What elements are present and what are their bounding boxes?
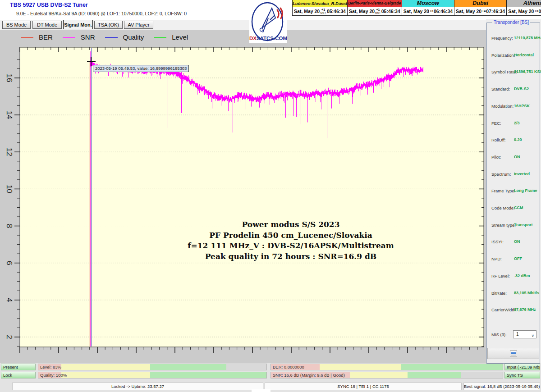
transponder-field-label: NPD: — [491, 256, 502, 261]
transponder-field-value: 2/3 — [514, 121, 520, 125]
transponder-field-label: RollOff: — [491, 137, 506, 142]
legend-item-quality: Quality — [105, 33, 144, 41]
transponder-field-value: 16APSK — [514, 104, 530, 108]
tab-signal-mon[interactable]: Signal Mon. — [63, 20, 93, 29]
chart-annotation: Power modus S/S 2023 PF Prodelin 450 cm_… — [144, 219, 437, 262]
transponder-field-value: 83,105 Mbit/s — [514, 291, 539, 295]
svg-text:16: 16 — [5, 74, 14, 82]
clock-city-label: Athens — [507, 0, 541, 7]
clock-hms: 07:46:34 — [486, 9, 505, 14]
transponder-field-label: Modulation: — [491, 104, 513, 109]
transponder-field-label: RF Level: — [491, 273, 510, 278]
clock-city-label: Moscow — [402, 0, 454, 7]
svg-text:12: 12 — [5, 148, 14, 156]
legend-line — [154, 37, 166, 38]
transponder-field-value: 31396,751 KS/s — [514, 69, 541, 74]
legend-line — [63, 37, 75, 38]
clock-date: Sat, May 20 — [508, 9, 534, 14]
snr-plot: 161412108642 — [0, 30, 486, 363]
status-progressbar: SNR: 16,6 dB (Margin: 9,6 dB | Good) — [270, 372, 503, 378]
legend-line — [105, 37, 118, 38]
clock-date: Sat, May 20 — [403, 9, 429, 14]
status-progressbar: Quality: 100% — [38, 372, 267, 378]
clock-utc-offset: +3 — [430, 10, 433, 13]
tab-av-player[interactable]: AV Player — [124, 21, 153, 29]
clock-time: Sat, May 20+407:46:34 — [454, 7, 506, 15]
transponder-field-value: -32 dBm — [514, 273, 530, 278]
signal-monitor-chart: 161412108642 BERSNRQualityLevel 2023-05-… — [0, 30, 486, 363]
stream-list-icon — [510, 351, 517, 356]
data-point-tooltip: 2023-05-19 05.49.53, value: 16,899999618… — [93, 65, 189, 72]
app-title: TBS 5927 USB DVB-S2 Tuner — [10, 2, 88, 8]
transponder-field-label: Code Mode: — [491, 205, 515, 210]
transponder-sidebar: Transponder [BS] Frequency:12110,878 MHz… — [486, 19, 541, 363]
transponder-field-value: 0.20 — [514, 137, 522, 142]
clock-utc-offset: +1DST — [321, 9, 326, 14]
world-clocks: Lučenec-Slovakia_R.DávidSat, May 20+1DST… — [292, 0, 541, 16]
transponder-field-label: Polarization: — [491, 53, 515, 58]
transponder-field-value: ON — [514, 239, 520, 244]
clock-hms: 06:46:34 — [434, 9, 453, 14]
transponder-field-label: Symbol Rate: — [491, 69, 517, 74]
mis-label: MIS (3): — [491, 332, 507, 337]
clock-city-label: Berlin-Paris-Vienna-Belgrade — [348, 0, 402, 7]
clock-city-label: Dubai — [454, 0, 506, 7]
annotation-line: Peak quality in 72 hours : SNR=16.9 dB — [144, 251, 437, 262]
tab-bar: BS ModeDT ModeSignal Mon.TSA (OK)AV Play… — [0, 20, 486, 30]
transponder-groupbox: Transponder [BS] Frequency:12110,878 MHz… — [486, 23, 540, 364]
annotation-line: Power modus S/S 2023 — [144, 219, 437, 230]
transponder-field-value: CCM — [514, 205, 523, 210]
clock-hms: 05:46:34 — [327, 9, 346, 14]
transponder-field-label: BitRate: — [491, 291, 507, 296]
legend-label: BER — [39, 33, 53, 41]
clock-date: Sat, May 20 — [294, 9, 320, 14]
tab-dt-mode[interactable]: DT Mode — [32, 21, 62, 29]
clock-city-label: Lučenec-Slovakia_R.Dávid — [293, 0, 347, 7]
clock-utc-offset: +1DST — [375, 9, 381, 14]
logo-rest: SATCS.COM — [257, 36, 287, 41]
statusbar-panel: SYNC 18 | TEI 1 | CC 1175 — [265, 383, 462, 390]
status-box-sync-ts: Sync TS — [504, 372, 540, 378]
clock-hms: 05:46:34 — [381, 9, 400, 14]
clock: MoscowSat, May 20+306:46:34 — [402, 0, 454, 15]
transponder-field-value: 12110,878 MHz — [514, 36, 541, 40]
chevron-down-icon: ∨ — [531, 332, 534, 339]
clock-time: Sat, May 20+1DST05:46:34 — [348, 7, 402, 15]
transponder-field-label: Pilot: — [491, 155, 501, 160]
transponder-field-value: ON — [514, 155, 520, 159]
transponder-field-label: CarrierWidth: — [491, 307, 517, 312]
transponder-field-value: OFF — [514, 256, 522, 261]
tab-bs-mode[interactable]: BS Mode — [2, 21, 31, 29]
transponder-field-value: Long Frame — [514, 188, 537, 193]
stream-list-button[interactable] — [487, 348, 539, 359]
tuner-subtitle: 9.0E - Eutelsat 9B/Ka-Sat 9A (ID: 0090) … — [16, 11, 187, 16]
transponder-field-value: 37,676 MHz — [514, 307, 536, 312]
status-box-input-21-39-mbps-: Input (~21,39 Mbps) — [504, 364, 540, 370]
legend-line — [21, 37, 33, 38]
statusbar-panel: Locked -> Uptime: 23:57:27 — [12, 383, 263, 390]
transponder-field-label: Frame Type: — [491, 188, 515, 193]
legend-item-level: Level — [154, 33, 188, 41]
clock-date: Sat, May 20 — [456, 9, 481, 14]
clock: Lučenec-Slovakia_R.DávidSat, May 20+1DST… — [293, 0, 347, 15]
legend-item-snr: SNR — [63, 33, 95, 41]
mis-dropdown[interactable]: 1 ∨ — [513, 330, 536, 338]
transponder-field-label: Frequency: — [491, 36, 513, 41]
clock: Berlin-Paris-Vienna-BelgradeSat, May 20+… — [347, 0, 402, 15]
clock: AthensSat, May 20+306:46:34 — [506, 0, 541, 15]
status-box-present: Present — [1, 364, 36, 370]
status-box-lock: Lock — [1, 372, 36, 378]
svg-text:6: 6 — [5, 261, 14, 265]
transponder-field-label: Spectrum: — [491, 172, 511, 177]
legend-item-ber: BER — [21, 33, 53, 41]
annotation-line: PF Prodelin 450 cm_Lucenec/Slovakia — [144, 230, 437, 241]
svg-text:DXSATCS.COM: DXSATCS.COM — [249, 36, 287, 41]
clock-time: Sat, May 20+306:46:34 — [507, 7, 541, 15]
svg-text:8: 8 — [5, 224, 14, 228]
svg-text:14: 14 — [5, 111, 14, 119]
svg-text:10: 10 — [5, 185, 14, 193]
status-bar: Locked -> Uptime: 23:57:27SYNC 18 | TEI … — [0, 381, 541, 392]
clock-time: Sat, May 20+1DST05:46:34 — [293, 7, 347, 15]
crosshair-cursor — [91, 57, 92, 66]
tab-tsa-ok[interactable]: TSA (OK) — [94, 21, 123, 29]
